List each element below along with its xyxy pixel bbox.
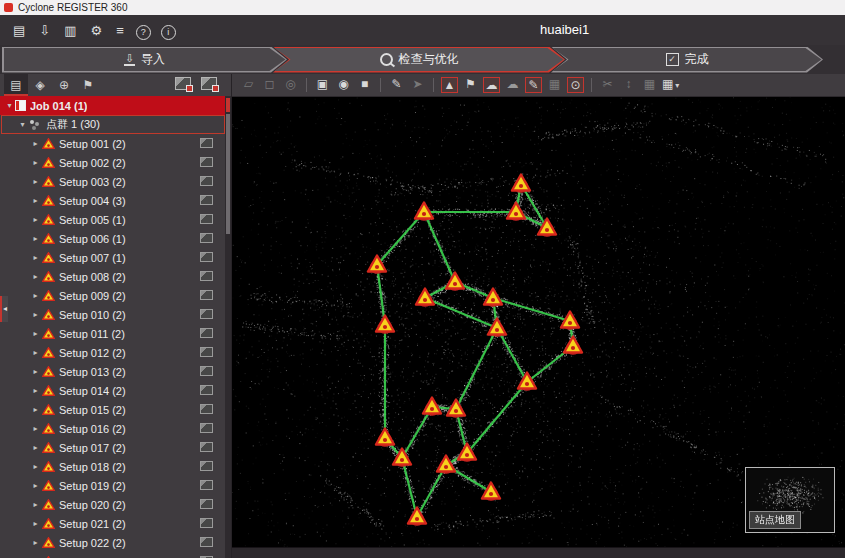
- setup-image-icon[interactable]: [200, 138, 213, 148]
- panel-collapse-handle[interactable]: ◂: [0, 296, 8, 322]
- tree-item-setup[interactable]: ▸Setup 009 (2): [0, 286, 225, 305]
- setup-image-icon[interactable]: [200, 214, 213, 224]
- zoom-window-icon[interactable]: ◎: [282, 77, 299, 93]
- thumbnail-view-icon[interactable]: [175, 77, 191, 90]
- setup-marker[interactable]: [482, 482, 500, 501]
- setup-image-icon[interactable]: [200, 252, 213, 262]
- expand-arrow-icon[interactable]: ▸: [30, 405, 41, 414]
- tree-item-setup[interactable]: ▸Setup 004 (3): [0, 191, 225, 210]
- expand-arrow-icon[interactable]: ▸: [30, 139, 41, 148]
- expand-arrow-icon[interactable]: ▸: [30, 158, 41, 167]
- sidebar-scrollbar[interactable]: [225, 96, 231, 558]
- expand-arrow-icon[interactable]: ▸: [30, 443, 41, 452]
- setup-marker[interactable]: [376, 315, 394, 334]
- tree-item-setup[interactable]: ▸Setup 012 (2): [0, 343, 225, 362]
- setup-markers-toggle-icon[interactable]: ▲: [441, 77, 458, 93]
- expand-arrow-icon[interactable]: ▸: [30, 386, 41, 395]
- expand-arrow-icon[interactable]: ▸: [30, 462, 41, 471]
- link-labels-toggle-icon[interactable]: ⚑: [462, 77, 479, 93]
- tree-item-pointgroup[interactable]: ▾ 点群 1 (30): [1, 115, 225, 134]
- tree-item-setup[interactable]: ▸Setup 013 (2): [0, 362, 225, 381]
- setup-marker[interactable]: [416, 288, 434, 307]
- server-list-icon[interactable]: ≡: [116, 23, 124, 38]
- setup-image-icon[interactable]: [200, 328, 213, 338]
- tree-item-setup[interactable]: ▸Setup 014 (2): [0, 381, 225, 400]
- setup-marker[interactable]: [376, 428, 394, 447]
- image-toggle-icon[interactable]: ▦: [546, 77, 563, 93]
- sitemap-minimap[interactable]: 站点地图: [745, 467, 835, 533]
- tree-item-setup[interactable]: ▸Setup 010 (2): [0, 305, 225, 324]
- setup-image-icon[interactable]: [200, 195, 213, 205]
- tree-item-setup[interactable]: ▸Setup 008 (2): [0, 267, 225, 286]
- tree-item-setup[interactable]: ▸Setup 006 (1): [0, 229, 225, 248]
- setup-marker[interactable]: [538, 218, 556, 237]
- tree-item-setup[interactable]: ▸Setup 020 (2): [0, 495, 225, 514]
- expand-arrow-icon[interactable]: ▸: [30, 367, 41, 376]
- list-view-icon[interactable]: [201, 77, 217, 90]
- tree-item-setup[interactable]: ▸Setup 005 (1): [0, 210, 225, 229]
- view-mode-dropdown[interactable]: ▦▾: [662, 77, 679, 93]
- setup-image-icon[interactable]: [200, 537, 213, 547]
- draw-annotation-toggle-icon[interactable]: ✎: [525, 77, 542, 93]
- tree-item-setup[interactable]: ▸Setup 018 (2): [0, 457, 225, 476]
- setup-image-icon[interactable]: [200, 271, 213, 281]
- setup-image-icon[interactable]: [200, 442, 213, 452]
- setup-marker[interactable]: [408, 507, 426, 526]
- pointcloud-viewport[interactable]: 站点地图: [232, 97, 845, 547]
- tree-item-setup[interactable]: ▸Setup 021 (2): [0, 514, 225, 533]
- setup-image-icon[interactable]: [200, 309, 213, 319]
- setup-image-icon[interactable]: [200, 480, 213, 490]
- setup-image-icon[interactable]: [200, 233, 213, 243]
- expand-arrow-icon[interactable]: ▸: [30, 481, 41, 490]
- cut-links-icon[interactable]: ✂: [599, 77, 616, 93]
- settings-gear-icon[interactable]: ⚙: [91, 23, 103, 38]
- tree-item-setup[interactable]: ▸Setup 003 (2): [0, 172, 225, 191]
- open-project-icon[interactable]: ▤: [13, 23, 25, 38]
- setup-marker[interactable]: [484, 288, 502, 307]
- storage-icon[interactable]: ▥: [64, 23, 76, 38]
- tree-item-setup[interactable]: ▸Setup 016 (2): [0, 419, 225, 438]
- expand-arrow-icon[interactable]: ▸: [30, 329, 41, 338]
- import-data-icon[interactable]: ⇩: [39, 23, 50, 38]
- setup-image-icon[interactable]: [200, 404, 213, 414]
- pano-grid-icon[interactable]: ▦: [641, 77, 658, 93]
- tree-item-setup[interactable]: ▸Setup 023 (2): [0, 552, 225, 558]
- tree-item-setup[interactable]: ▸Setup 022 (2): [0, 533, 225, 552]
- setup-marker[interactable]: [447, 399, 465, 418]
- workflow-step-finish[interactable]: ✓ 完成: [551, 47, 823, 73]
- setup-marker[interactable]: [561, 311, 579, 330]
- expand-arrow-icon[interactable]: ▸: [30, 424, 41, 433]
- tab-attachments-icon[interactable]: ◈: [28, 74, 52, 96]
- setup-image-icon[interactable]: [200, 347, 213, 357]
- stop-square-icon[interactable]: ■: [356, 77, 373, 93]
- expand-arrow-icon[interactable]: ▸: [30, 310, 41, 319]
- setup-marker[interactable]: [446, 272, 464, 291]
- setup-image-icon[interactable]: [200, 157, 213, 167]
- expand-arrow-icon[interactable]: ▸: [30, 253, 41, 262]
- cloud-grey-toggle-icon[interactable]: ☁: [504, 77, 521, 93]
- collapse-arrow-icon[interactable]: ▾: [4, 101, 15, 110]
- tree-item-setup[interactable]: ▸Setup 002 (2): [0, 153, 225, 172]
- tree-item-setup[interactable]: ▸Setup 019 (2): [0, 476, 225, 495]
- setup-marker[interactable]: [507, 202, 525, 221]
- tree-item-setup[interactable]: ▸Setup 007 (1): [0, 248, 225, 267]
- setup-marker[interactable]: [564, 336, 582, 355]
- expand-arrow-icon[interactable]: ▸: [30, 348, 41, 357]
- measure-pencil-icon[interactable]: ✎: [388, 77, 405, 93]
- expand-arrow-icon[interactable]: ▸: [30, 538, 41, 547]
- setup-image-icon[interactable]: [200, 176, 213, 186]
- setup-image-icon[interactable]: [200, 461, 213, 471]
- workflow-step-import[interactable]: ⇩ 导入: [2, 47, 287, 73]
- setup-marker[interactable]: [512, 174, 530, 193]
- tree-item-job[interactable]: ▾ Job 014 (1): [0, 96, 225, 115]
- help-icon[interactable]: ?: [136, 25, 151, 40]
- fit-view-icon[interactable]: ↕: [620, 77, 637, 93]
- expand-arrow-icon[interactable]: ▸: [30, 291, 41, 300]
- tab-project-tree-icon[interactable]: ▤: [4, 74, 28, 96]
- expand-arrow-icon[interactable]: ▸: [30, 519, 41, 528]
- info-icon[interactable]: i: [161, 25, 176, 40]
- setup-marker[interactable]: [415, 202, 433, 221]
- expand-arrow-icon[interactable]: ▸: [30, 272, 41, 281]
- snapshot-camera-icon[interactable]: ▣: [314, 77, 331, 93]
- tree-item-setup[interactable]: ▸Setup 001 (2): [0, 134, 225, 153]
